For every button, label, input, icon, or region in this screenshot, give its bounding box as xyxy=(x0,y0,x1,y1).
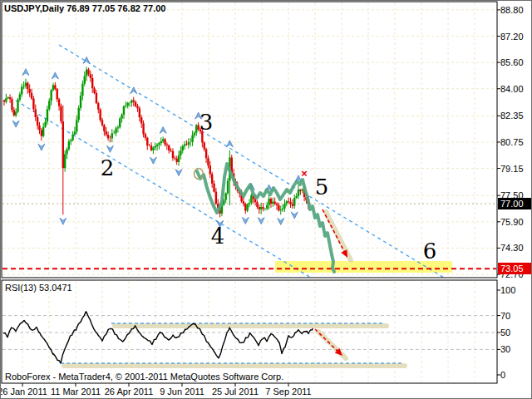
wave-count-label: 3 xyxy=(200,111,214,133)
price-axis-label: 84.00 xyxy=(500,84,524,94)
fractal-down-icon xyxy=(291,212,298,219)
wave-count-label: 5 xyxy=(315,176,329,198)
date-axis-label: 26 Jan 2011 xyxy=(0,387,47,397)
price-axis-badge-current: 77.00 xyxy=(498,198,532,209)
wave-count-label: 4 xyxy=(211,225,225,247)
channel-line xyxy=(59,45,444,278)
price-axis-label: 82.35 xyxy=(500,111,524,121)
fractal-up-icon xyxy=(131,87,137,94)
date-axis-label: 26 Apr 2011 xyxy=(105,387,154,397)
rsi-indicator-label: RSI(13) 53.0471 xyxy=(5,283,72,293)
fractal-down-icon xyxy=(60,218,66,224)
copyright-text: RoboForex - MetaTrader4, © 2001-2011 Met… xyxy=(5,372,283,382)
rsi-axis-label: 0 xyxy=(500,370,505,380)
rsi-line xyxy=(3,312,313,363)
price-axis-label: 79.15 xyxy=(500,164,524,174)
wave-zigzag xyxy=(197,164,334,272)
price-axis-label: 75.90 xyxy=(500,217,524,227)
fractal-up-icon xyxy=(22,69,29,76)
date-axis-label: 9 Jun 2011 xyxy=(160,387,204,397)
chart-canvas[interactable] xyxy=(1,1,532,399)
fractal-up-icon xyxy=(226,140,233,147)
price-forecast-arrow xyxy=(323,209,345,253)
rsi-axis-label: 50 xyxy=(500,328,510,337)
chart-symbol-header: USDJPY,Daily 76.89 77.05 76.82 77.00 xyxy=(4,3,165,13)
mt4-chart-window: USDJPY,Daily 76.89 77.05 76.82 77.00 RSI… xyxy=(0,0,532,399)
fractal-down-icon xyxy=(258,218,264,224)
price-axis-label: 88.80 xyxy=(500,5,524,15)
wave-count-label: 6 xyxy=(423,240,437,262)
fractal-down-icon xyxy=(106,145,113,152)
rsi-axis-label: 100 xyxy=(500,285,515,295)
rejection-x-mark: × xyxy=(301,167,308,180)
price-axis-label: 80.75 xyxy=(500,137,524,147)
price-axis-label: 87.20 xyxy=(500,32,524,42)
fractal-down-icon xyxy=(242,217,249,224)
date-axis-label: 11 Mar 2011 xyxy=(51,387,101,397)
fractal-up-icon xyxy=(52,72,58,79)
price-axis-badge-target: 73.05 xyxy=(498,263,532,274)
date-axis-label: 25 Jul 2011 xyxy=(212,387,259,397)
fractal-down-icon xyxy=(38,144,45,150)
wave-count-label: 2 xyxy=(101,157,115,179)
rsi-axis-label: 30 xyxy=(500,344,510,354)
price-axis-label: 85.60 xyxy=(500,57,524,67)
fractal-up-icon xyxy=(160,126,166,133)
fractal-down-icon xyxy=(12,121,19,127)
date-axis-label: 7 Sep 2011 xyxy=(265,387,311,397)
fractal-down-icon xyxy=(175,170,182,176)
rsi-axis-label: 70 xyxy=(500,311,510,321)
price-axis-label: 74.30 xyxy=(500,243,524,253)
